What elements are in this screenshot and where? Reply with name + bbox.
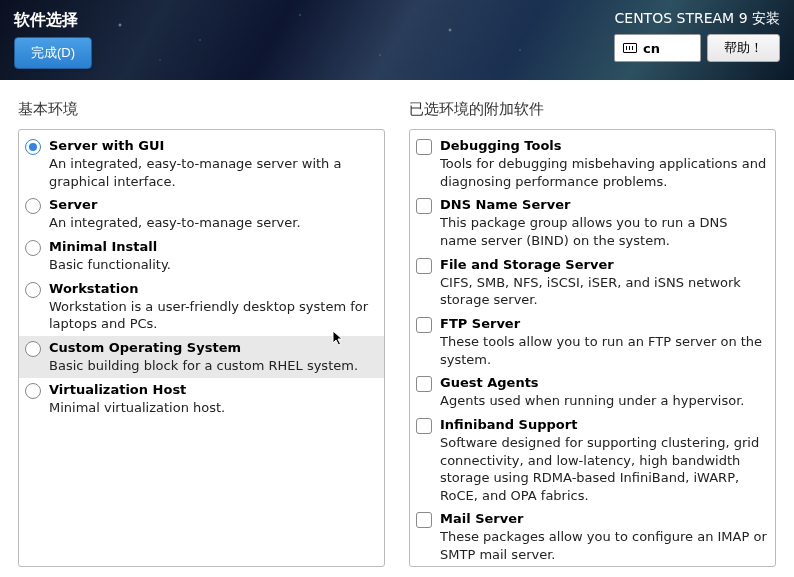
item-title: FTP Server [440,315,767,333]
base-env-item[interactable]: Custom Operating SystemBasic building bl… [19,336,384,378]
addon-list[interactable]: Debugging ToolsTools for debugging misbe… [409,129,776,567]
checkbox[interactable] [416,418,432,434]
item-title: Infiniband Support [440,416,767,434]
item-title: File and Storage Server [440,256,767,274]
item-title: Custom Operating System [49,339,376,357]
item-title: Debugging Tools [440,137,767,155]
page-title: 软件选择 [14,10,92,31]
checkbox[interactable] [416,139,432,155]
base-env-item[interactable]: ServerAn integrated, easy-to-manage serv… [19,193,384,235]
item-description: Workstation is a user-friendly desktop s… [49,298,376,333]
base-environment-column: 基本环境 Server with GUIAn integrated, easy-… [18,100,385,567]
checkbox[interactable] [416,317,432,333]
item-title: Server with GUI [49,137,376,155]
keyboard-layout-label: cn [643,41,660,56]
addon-column: 已选环境的附加软件 Debugging ToolsTools for debug… [409,100,776,567]
addon-item[interactable]: DNS Name ServerThis package group allows… [410,193,775,252]
addon-item[interactable]: Guest AgentsAgents used when running und… [410,371,775,413]
item-description: Software designed for supporting cluster… [440,434,767,504]
radio-button[interactable] [25,282,41,298]
checkbox[interactable] [416,376,432,392]
item-description: Minimal virtualization host. [49,399,376,417]
keyboard-layout-selector[interactable]: cn [614,34,701,62]
item-description: CIFS, SMB, NFS, iSCSI, iSER, and iSNS ne… [440,274,767,309]
help-button[interactable]: 帮助！ [707,34,780,62]
base-env-item[interactable]: Virtualization HostMinimal virtualizatio… [19,378,384,420]
radio-button[interactable] [25,341,41,357]
addon-item[interactable]: FTP ServerThese tools allow you to run a… [410,312,775,371]
item-title: Minimal Install [49,238,376,256]
base-env-list[interactable]: Server with GUIAn integrated, easy-to-ma… [18,129,385,567]
addon-item[interactable]: Debugging ToolsTools for debugging misbe… [410,134,775,193]
item-description: Tools for debugging misbehaving applicat… [440,155,767,190]
content-area: 基本环境 Server with GUIAn integrated, easy-… [0,80,794,577]
item-description: An integrated, easy-to-manage server. [49,214,376,232]
item-title: Workstation [49,280,376,298]
item-title: Virtualization Host [49,381,376,399]
item-description: An integrated, easy-to-manage server wit… [49,155,376,190]
installer-header: 软件选择 完成(D) CENTOS STREAM 9 安装 cn 帮助！ [0,0,794,80]
checkbox[interactable] [416,198,432,214]
item-description: Basic building block for a custom RHEL s… [49,357,376,375]
radio-button[interactable] [25,383,41,399]
item-description: This package group allows you to run a D… [440,214,767,249]
base-env-title: 基本环境 [18,100,385,119]
checkbox[interactable] [416,258,432,274]
base-env-item[interactable]: WorkstationWorkstation is a user-friendl… [19,277,384,336]
addon-item[interactable]: File and Storage ServerCIFS, SMB, NFS, i… [410,253,775,312]
install-title: CENTOS STREAM 9 安装 [615,10,780,28]
item-title: Server [49,196,376,214]
addon-item[interactable]: Infiniband SupportSoftware designed for … [410,413,775,507]
base-env-item[interactable]: Server with GUIAn integrated, easy-to-ma… [19,134,384,193]
item-title: DNS Name Server [440,196,767,214]
checkbox[interactable] [416,512,432,528]
radio-button[interactable] [25,198,41,214]
base-env-item[interactable]: Minimal InstallBasic functionality. [19,235,384,277]
item-description: These tools allow you to run an FTP serv… [440,333,767,368]
item-description: These packages allow you to configure an… [440,528,767,563]
addon-title: 已选环境的附加软件 [409,100,776,119]
item-title: Mail Server [440,510,767,528]
radio-button[interactable] [25,139,41,155]
done-button[interactable]: 完成(D) [14,37,92,69]
item-description: Agents used when running under a hypervi… [440,392,767,410]
item-description: Basic functionality. [49,256,376,274]
addon-item[interactable]: Mail ServerThese packages allow you to c… [410,507,775,566]
item-title: Guest Agents [440,374,767,392]
radio-button[interactable] [25,240,41,256]
keyboard-icon [623,43,637,53]
